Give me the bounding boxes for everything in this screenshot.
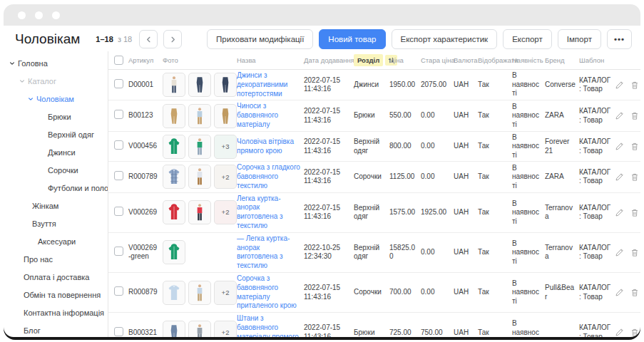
delete-button[interactable] xyxy=(630,288,639,297)
sidebar-item-6[interactable]: Сорочки xyxy=(4,161,108,179)
product-name-link[interactable]: Чоловіча вітрівка прямого крою xyxy=(237,138,300,156)
row-section: Брюки xyxy=(354,111,389,120)
prev-page-button[interactable] xyxy=(139,30,158,48)
sidebar-item-3[interactable]: Брюки xyxy=(4,108,108,125)
table-body: D00001Джинси з декоративними потертостям… xyxy=(108,70,640,337)
product-photo-thumb[interactable] xyxy=(188,165,211,189)
product-photo-thumb[interactable] xyxy=(188,104,211,128)
product-photo-thumb[interactable] xyxy=(163,281,185,305)
jacket-photo xyxy=(167,138,181,156)
product-photo-thumb[interactable] xyxy=(163,104,185,128)
sidebar-item-11[interactable]: Про нас xyxy=(4,250,108,268)
sidebar-item-1[interactable]: Каталог xyxy=(4,72,108,90)
product-name-link[interactable]: Легка куртка-анорак виготовлена з тексти… xyxy=(237,195,300,231)
row-brand: ZARA xyxy=(545,111,579,120)
product-name-link[interactable]: Сорочка з гладкого бавовняного текстилю xyxy=(237,163,300,190)
edit-button[interactable] xyxy=(615,248,624,257)
edit-button[interactable] xyxy=(615,288,624,297)
product-photo-thumb[interactable]: +2 xyxy=(214,281,237,305)
row-visible: Так xyxy=(478,328,512,337)
product-photo-thumb[interactable] xyxy=(163,135,185,159)
row-section: Сорочки xyxy=(354,172,389,182)
new-product-button[interactable]: Новий товар xyxy=(319,29,385,49)
row-checkbox[interactable] xyxy=(114,79,123,88)
product-photo-thumb[interactable] xyxy=(188,73,211,97)
row-checkbox[interactable] xyxy=(114,286,123,296)
window-dot[interactable] xyxy=(52,11,60,19)
product-name-link[interactable]: Штани з бавовняного матеріалу прямого кр… xyxy=(237,314,300,337)
product-photo-thumb[interactable] xyxy=(163,240,185,264)
sidebar-item-9[interactable]: Взуття xyxy=(4,214,108,232)
delete-button[interactable] xyxy=(630,208,639,217)
product-photo-thumb[interactable] xyxy=(163,200,185,224)
product-name-link[interactable]: Сорочка з бавовняного матеріалу притален… xyxy=(237,274,300,311)
shirt-photo xyxy=(167,284,181,302)
delete-icon xyxy=(630,248,639,257)
sidebar-item-13[interactable]: Обмін та повернення xyxy=(4,286,108,304)
edit-button[interactable] xyxy=(615,81,624,90)
next-page-button[interactable] xyxy=(163,30,182,48)
window-dot[interactable] xyxy=(18,11,26,19)
window-dot[interactable] xyxy=(35,11,43,19)
sidebar-item-0[interactable]: Головна xyxy=(4,54,108,72)
row-checkbox[interactable] xyxy=(114,171,123,180)
row-old-price: 0.00 xyxy=(421,111,454,120)
sidebar-item-7[interactable]: Футболки и поло xyxy=(4,179,108,197)
sidebar-item-12[interactable]: Оплата і доставка xyxy=(4,268,108,286)
product-photo-thumb[interactable] xyxy=(214,73,237,97)
more-actions-button[interactable]: ••• xyxy=(607,29,632,49)
product-photo-thumb[interactable] xyxy=(163,73,185,97)
export-characteristics-button[interactable]: Експорт характеристик xyxy=(392,29,498,49)
model-photo xyxy=(193,138,207,156)
page-title: Чоловікам xyxy=(15,31,80,47)
product-name-link[interactable]: Джинси з декоративними потертостями xyxy=(237,71,300,98)
product-photo-thumb[interactable] xyxy=(163,321,185,337)
sidebar-item-5[interactable]: Джинси xyxy=(4,143,108,161)
product-name-link[interactable]: Чиноси з бавовняного матеріалу xyxy=(237,102,300,129)
delete-button[interactable] xyxy=(630,81,639,90)
product-photo-thumb[interactable]: +3 xyxy=(214,135,237,159)
product-photo-thumb[interactable] xyxy=(188,135,211,159)
edit-button[interactable] xyxy=(615,172,624,182)
product-photo-thumb[interactable] xyxy=(163,165,185,189)
product-photo-thumb[interactable] xyxy=(188,200,211,224)
product-photo-thumb[interactable]: +2 xyxy=(214,200,237,224)
pants-photo xyxy=(167,107,181,125)
row-checkbox[interactable] xyxy=(114,247,123,256)
delete-button[interactable] xyxy=(630,111,639,120)
more-photos-badge: +2 xyxy=(215,165,236,188)
product-photo-thumb[interactable] xyxy=(188,321,211,337)
select-all-checkbox[interactable] xyxy=(114,56,123,65)
row-price: 1125.00 xyxy=(389,172,421,182)
product-photo-thumb[interactable]: +2 xyxy=(214,165,237,189)
row-price: 550.00 xyxy=(389,111,421,120)
sidebar-item-15[interactable]: Блог xyxy=(4,321,108,337)
edit-button[interactable] xyxy=(615,142,624,151)
product-photo-thumb[interactable] xyxy=(188,281,211,305)
edit-button[interactable] xyxy=(615,111,624,120)
delete-button[interactable] xyxy=(630,142,639,151)
delete-button[interactable] xyxy=(630,248,639,257)
product-photo-thumb[interactable]: +2 xyxy=(214,321,237,337)
edit-button[interactable] xyxy=(615,208,624,217)
edit-icon xyxy=(615,208,624,217)
more-photos-badge: +2 xyxy=(215,201,236,224)
row-photos: +2 xyxy=(163,200,237,224)
row-checkbox[interactable] xyxy=(114,140,123,150)
row-photos xyxy=(163,104,237,128)
product-name-link[interactable]: — Легка куртка-анорак виготовлена з текс… xyxy=(237,234,300,271)
delete-button[interactable] xyxy=(630,172,639,182)
sidebar-item-2[interactable]: Чоловікам xyxy=(4,90,108,108)
edit-button[interactable] xyxy=(615,328,624,337)
row-checkbox[interactable] xyxy=(114,327,123,336)
row-checkbox[interactable] xyxy=(114,207,123,216)
sidebar-item-10[interactable]: Аксесуари xyxy=(4,232,108,250)
hide-modifications-button[interactable]: Приховати модифікації xyxy=(207,29,313,49)
sidebar-item-14[interactable]: Контактна інформація xyxy=(4,304,108,321)
sidebar-item-8[interactable]: Жінкам xyxy=(4,197,108,214)
import-button[interactable]: Імпорт xyxy=(558,29,601,49)
export-button[interactable]: Експорт xyxy=(503,29,552,49)
product-photo-thumb[interactable] xyxy=(214,104,237,128)
sidebar-item-4[interactable]: Верхній одяг xyxy=(4,125,108,143)
row-checkbox[interactable] xyxy=(114,110,123,119)
